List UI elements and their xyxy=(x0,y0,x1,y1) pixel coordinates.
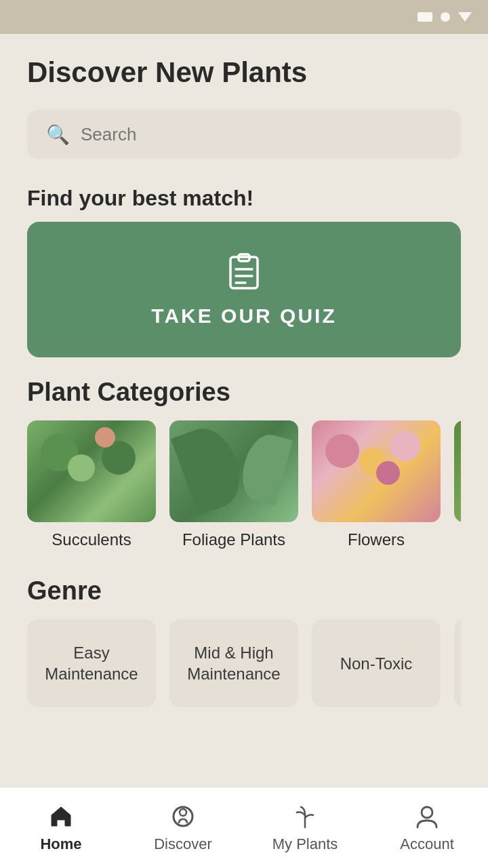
nav-item-discover[interactable]: Discover xyxy=(122,803,244,853)
nav-label-discover: Discover xyxy=(154,835,212,853)
nav-label-my-plants: My Plants xyxy=(272,835,338,853)
status-dot xyxy=(441,12,450,22)
category-item-foliage[interactable]: Foliage Plants xyxy=(169,420,298,549)
discover-icon xyxy=(169,803,197,830)
nav-label-home: Home xyxy=(40,835,81,853)
genre-item-non-toxic[interactable]: Non-Toxic xyxy=(312,619,441,707)
genre-label-easy: Easy Maintenance xyxy=(38,642,145,684)
category-label-succulents: Succulents xyxy=(52,530,131,549)
header: Discover New Plants xyxy=(0,34,488,103)
clipboard-icon xyxy=(224,252,264,292)
category-item-indoor[interactable]: Indoor Plants xyxy=(454,420,461,549)
category-label-flowers: Flowers xyxy=(348,530,405,549)
quiz-prompt: Find your best match! xyxy=(27,186,461,211)
nav-item-account[interactable]: Account xyxy=(366,803,488,853)
category-item-flowers[interactable]: Flowers xyxy=(312,420,441,549)
category-image-indoor xyxy=(454,420,461,522)
genre-item-mid-high[interactable]: Mid & High Maintenance xyxy=(169,619,298,707)
genre-section: Genre Easy Maintenance Mid & High Mainte… xyxy=(0,576,488,707)
quiz-section: Find your best match! TAKE OUR QUIZ xyxy=(0,179,488,357)
home-icon xyxy=(47,803,75,830)
svg-point-8 xyxy=(422,807,432,818)
category-item-succulents[interactable]: Succulents xyxy=(27,420,156,549)
genre-scroll: Easy Maintenance Mid & High Maintenance … xyxy=(27,619,461,707)
account-icon xyxy=(413,803,441,830)
svg-point-6 xyxy=(180,809,186,816)
categories-section: Plant Categories Succulents Foliage Plan… xyxy=(0,378,488,556)
categories-title: Plant Categories xyxy=(27,378,461,407)
nav-label-account: Account xyxy=(400,835,454,853)
genre-label-mid-high: Mid & High Maintenance xyxy=(180,642,287,684)
page-title: Discover New Plants xyxy=(27,56,461,90)
take-quiz-button[interactable]: TAKE OUR QUIZ xyxy=(27,222,461,357)
search-container: 🔍 xyxy=(0,103,488,179)
genre-title: Genre xyxy=(27,576,461,606)
genre-label-non-toxic: Non-Toxic xyxy=(340,653,413,674)
status-icon xyxy=(418,12,432,22)
categories-scroll: Succulents Foliage Plants Flowers xyxy=(27,420,461,556)
my-plants-icon xyxy=(291,803,319,830)
search-input[interactable] xyxy=(81,124,442,145)
wifi-icon xyxy=(458,12,472,22)
category-image-flowers xyxy=(312,420,441,522)
category-image-foliage xyxy=(169,420,298,522)
search-icon: 🔍 xyxy=(46,123,70,146)
quiz-label: TAKE OUR QUIZ xyxy=(151,304,336,328)
genre-item-unique[interactable]: Unique xyxy=(454,619,461,707)
bottom-nav: Home Discover My Plants Account xyxy=(0,787,488,868)
genre-item-easy[interactable]: Easy Maintenance xyxy=(27,619,156,707)
status-bar xyxy=(0,0,488,34)
nav-item-home[interactable]: Home xyxy=(0,803,122,853)
nav-item-my-plants[interactable]: My Plants xyxy=(244,803,366,853)
category-label-foliage: Foliage Plants xyxy=(182,530,285,549)
search-bar[interactable]: 🔍 xyxy=(27,110,461,159)
category-image-succulents xyxy=(27,420,156,522)
